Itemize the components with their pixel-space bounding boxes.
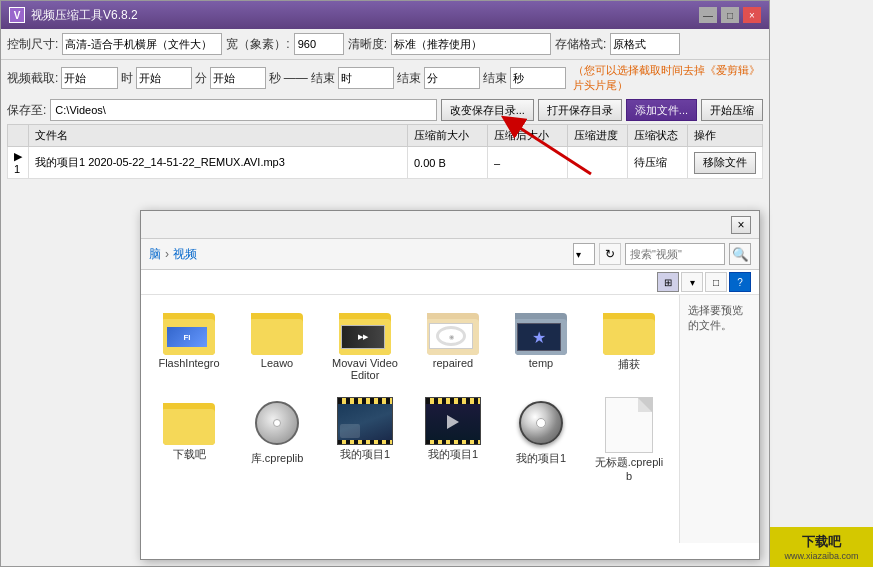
extract-end3-combo[interactable]: 秒 — [510, 67, 566, 89]
minimize-button[interactable]: — — [699, 7, 717, 23]
sidebar-hint-text: 选择要预览的文件。 — [688, 304, 743, 331]
sec-label: 秒 — [269, 70, 281, 87]
dialog-nav: 脑 › 视频 ▾ ↻ 🔍 — [141, 239, 759, 270]
breadcrumb: 脑 › 视频 — [149, 246, 569, 263]
item-label: 我的项目1 — [428, 447, 478, 462]
maximize-button[interactable]: □ — [721, 7, 739, 23]
open-dir-button[interactable]: 打开保存目录 — [538, 99, 622, 121]
list-item[interactable]: ◉ repaired — [413, 303, 493, 385]
search-button[interactable]: 🔍 — [729, 243, 751, 265]
watermark: 下载吧 www.xiazaiba.com — [770, 527, 873, 567]
save-to-label: 保存至: — [7, 102, 46, 119]
save-path-input[interactable] — [50, 99, 436, 121]
add-file-button[interactable]: 添加文件... — [626, 99, 697, 121]
folder-icon: ◉ — [425, 307, 481, 355]
app-title: 视频压缩工具V6.8.2 — [31, 7, 699, 24]
list-item[interactable]: FI FlashIntegro — [149, 303, 229, 385]
toolbar-row-3: 保存至: 改变保存目录... 打开保存目录 添加文件... 开始压缩 — [1, 96, 769, 124]
row-expand: ▶ 1 — [8, 147, 29, 179]
clarity-label: 清晰度: — [348, 36, 387, 53]
breadcrumb-sep2 — [201, 247, 204, 261]
item-label: 无标题.cpreplib — [593, 455, 665, 482]
list-item[interactable]: 捕获 — [589, 303, 669, 385]
table-row: ▶ 1 我的项目1 2020-05-22_14-51-22_REMUX.AVI.… — [8, 147, 763, 179]
item-label: Leawo — [261, 357, 293, 369]
control-size-combo[interactable]: 高清-适合手机横屏（文件大） — [62, 33, 222, 55]
close-button[interactable]: × — [743, 7, 761, 23]
table-header-row: 文件名 压缩前大小 压缩后大小 压缩进度 压缩状态 操作 — [8, 125, 763, 147]
item-label: 捕获 — [618, 357, 640, 372]
item-label: 库.cpreplib — [251, 451, 304, 466]
toolbar-row-2: 视频截取: 开始 时 开始 分 开始 秒 —— 结束 时 结束 分 结束 秒 秒… — [1, 60, 769, 96]
watermark-url: www.xiazaiba.com — [784, 551, 858, 561]
file-table: 文件名 压缩前大小 压缩后大小 压缩进度 压缩状态 操作 ▶ 1 我的项目1 2… — [7, 124, 763, 179]
col-header-size-before: 压缩前大小 — [408, 125, 488, 147]
item-label: 我的项目1 — [340, 447, 390, 462]
help-button[interactable]: ? — [729, 272, 751, 292]
extract-start1-combo[interactable]: 开始 — [61, 67, 117, 89]
breadcrumb-item-video[interactable]: 视频 — [173, 246, 197, 263]
view-dropdown-button[interactable]: ▾ — [681, 272, 703, 292]
extract-hint: （您可以选择截取时间去掉《爱剪辑》片头片尾） — [573, 63, 763, 93]
list-item[interactable]: Leawo — [237, 303, 317, 385]
search-input[interactable] — [625, 243, 725, 265]
list-item[interactable]: 我的项目1 — [501, 393, 581, 486]
item-label: temp — [529, 357, 553, 369]
view-grid-button[interactable]: ⊞ — [657, 272, 679, 292]
title-controls: — □ × — [699, 7, 761, 23]
width-label: 宽（象素）: — [226, 36, 289, 53]
video-extract-label: 视频截取: — [7, 70, 58, 87]
remove-file-button[interactable]: 移除文件 — [694, 152, 756, 174]
list-item[interactable]: ★ temp — [501, 303, 581, 385]
control-size-label: 控制尺寸: — [7, 36, 58, 53]
change-dir-button[interactable]: 改变保存目录... — [441, 99, 534, 121]
list-item[interactable]: 无标题.cpreplib — [589, 393, 669, 486]
watermark-text: 下载吧 — [802, 533, 841, 551]
folder-icon: ★ — [513, 307, 569, 355]
item-label: 下载吧 — [173, 447, 206, 462]
storage-format-label: 存储格式: — [555, 36, 606, 53]
dialog-sidebar: 选择要预览的文件。 — [679, 295, 759, 543]
extract-end2-combo[interactable]: 分 — [424, 67, 480, 89]
clarity-combo[interactable]: 标准（推荐使用） — [391, 33, 551, 55]
list-item[interactable]: 库.cpreplib — [237, 393, 317, 486]
view-detail-button[interactable]: □ — [705, 272, 727, 292]
dialog-title-bar: × — [141, 211, 759, 239]
row-progress — [568, 147, 628, 179]
extract-start3-combo[interactable]: 开始 — [210, 67, 266, 89]
list-item[interactable]: 我的项目1 — [325, 393, 405, 486]
folder-icon: ▶▶ — [337, 307, 393, 355]
dialog-view-toolbar: ⊞ ▾ □ ? — [141, 270, 759, 295]
folder-icon — [249, 307, 305, 355]
file-table-container: 文件名 压缩前大小 压缩后大小 压缩进度 压缩状态 操作 ▶ 1 我的项目1 2… — [7, 124, 763, 179]
list-item[interactable]: 我的项目1 — [413, 393, 493, 486]
dialog-close-button[interactable]: × — [731, 216, 751, 234]
item-label: repaired — [433, 357, 473, 369]
breadcrumb-sep1: › — [165, 247, 169, 261]
file-dialog: × 脑 › 视频 ▾ ↻ 🔍 ⊞ ▾ □ ? — [140, 210, 760, 560]
col-header-check — [8, 125, 29, 147]
folder-icon: FI — [161, 307, 217, 355]
blank-file-icon — [605, 397, 653, 453]
refresh-button[interactable]: ↻ — [599, 243, 621, 265]
time-label: 时 — [121, 70, 133, 87]
time2-label: 结束 — [397, 70, 421, 87]
title-bar: V 视频压缩工具V6.8.2 — □ × — [1, 1, 769, 29]
dash: —— — [284, 71, 308, 85]
item-label: 我的项目1 — [516, 451, 566, 466]
list-item[interactable]: 下载吧 — [149, 393, 229, 486]
min-label: 分 — [195, 70, 207, 87]
row-action[interactable]: 移除文件 — [688, 147, 763, 179]
extract-start2-combo[interactable]: 开始 — [136, 67, 192, 89]
breadcrumb-item-brain[interactable]: 脑 — [149, 246, 161, 263]
app-icon: V — [9, 7, 25, 23]
width-input[interactable] — [294, 33, 344, 55]
start-compress-button[interactable]: 开始压缩 — [701, 99, 763, 121]
list-item[interactable]: ▶▶ Movavi Video Editor — [325, 303, 405, 385]
folder-icon — [601, 307, 657, 355]
breadcrumb-dropdown[interactable]: ▾ — [573, 243, 595, 265]
video-icon — [337, 397, 393, 445]
end-label: 结束 — [311, 70, 335, 87]
storage-format-combo[interactable]: 原格式 — [610, 33, 680, 55]
extract-end1-combo[interactable]: 时 — [338, 67, 394, 89]
